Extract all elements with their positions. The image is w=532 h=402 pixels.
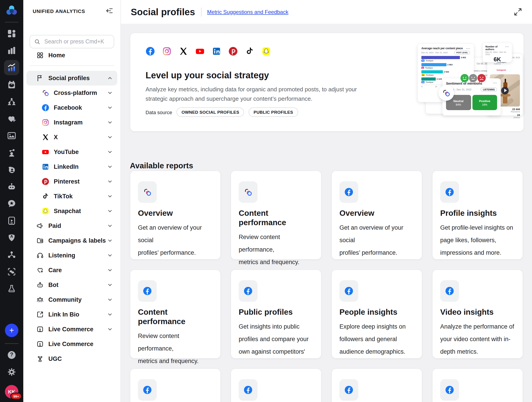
video-play-icon: [36, 325, 44, 333]
people-icon: [36, 296, 44, 304]
sidebar-item-link-in-bio[interactable]: Link In Bio: [26, 307, 117, 322]
main-area: Social profiles Metric Suggestions and F…: [121, 0, 532, 402]
chevron-down-icon[interactable]: [107, 90, 113, 96]
sidebar-item-live-commerce[interactable]: Live Commerce: [26, 322, 117, 337]
chip-public-profiles[interactable]: PUBLIC PROFILES: [248, 107, 298, 117]
chevron-down-icon[interactable]: [107, 312, 113, 317]
tablet-play-icon[interactable]: [7, 216, 17, 226]
bot-icon[interactable]: [7, 182, 17, 192]
chevron-down-icon[interactable]: [107, 267, 113, 273]
user-avatar[interactable]: KK 99+: [5, 385, 18, 398]
calendar-icon[interactable]: 5: [7, 80, 17, 89]
chip-owned-social-profiles[interactable]: OWNED SOCIAL PROFILES: [177, 107, 244, 117]
facebook-icon: [239, 379, 258, 401]
search-input[interactable]: [44, 38, 110, 45]
chevron-down-icon[interactable]: [107, 179, 113, 184]
report-card-content-performance-cross-platform[interactable]: Content performance Review contentperfor…: [231, 170, 322, 260]
heart-plus-icon[interactable]: [7, 114, 17, 124]
sidebar-item-facebook[interactable]: Facebook: [26, 100, 117, 115]
chevron-down-icon[interactable]: [107, 208, 113, 214]
app-logo-icon[interactable]: [5, 5, 18, 17]
sidebar-item-live-commerce-2[interactable]: Live Commerce: [26, 337, 117, 352]
sidebar-item-home[interactable]: Home: [27, 47, 117, 63]
person-network-icon[interactable]: [7, 148, 17, 157]
sidebar-item-social-profiles[interactable]: Social profiles: [26, 71, 117, 86]
chevron-down-icon[interactable]: [107, 223, 113, 229]
cluster-icon[interactable]: [7, 250, 17, 260]
sidebar-item-cross-platform[interactable]: Cross-platform: [26, 86, 117, 100]
chevron-down-icon[interactable]: [107, 149, 113, 155]
report-card-public-profiles[interactable]: Public profiles Get insights into public…: [231, 270, 322, 358]
report-card-video-insights[interactable]: Video insights Analyze the performance o…: [432, 270, 523, 358]
megaphone-icon: [36, 222, 44, 230]
expand-icon[interactable]: [514, 8, 522, 16]
chevron-down-icon[interactable]: [107, 164, 113, 170]
chevron-down-icon[interactable]: [107, 282, 113, 288]
facebook-icon: [440, 379, 459, 401]
sidebar-divider: [30, 65, 114, 66]
data-source-row: Data source OWNED SOCIAL PROFILES PUBLIC…: [146, 107, 298, 117]
sidebar-item-ugc[interactable]: UGC: [26, 352, 117, 366]
sidebar-item-community[interactable]: Community: [26, 292, 117, 307]
object-scan-icon[interactable]: [7, 267, 17, 277]
report-card-partial-1[interactable]: [130, 368, 221, 402]
sidebar-item-care[interactable]: Care: [26, 263, 117, 277]
chevron-down-icon[interactable]: [107, 326, 113, 332]
search-box[interactable]: [30, 35, 114, 48]
chevron-down-icon[interactable]: [107, 252, 113, 258]
sidebar-item-linkedin[interactable]: LinkedIn: [26, 159, 117, 174]
help-icon[interactable]: ?: [7, 350, 17, 360]
collapse-sidebar-icon[interactable]: [105, 7, 113, 15]
org-chart-icon[interactable]: [7, 97, 17, 107]
report-card-partial-3[interactable]: [331, 368, 422, 402]
star-bubble-icon[interactable]: [7, 199, 17, 209]
sidebar-item-youtube[interactable]: YouTube: [26, 144, 117, 159]
sidebar-item-listening[interactable]: Listening: [26, 248, 117, 263]
sidebar-item-campaigns-labels[interactable]: Campaigns & labels: [26, 233, 117, 248]
headphones-icon: [36, 251, 44, 259]
chevron-down-icon[interactable]: [107, 297, 113, 303]
chevron-down-icon[interactable]: [107, 134, 113, 140]
tiktok-icon: [41, 192, 49, 200]
pinterest-icon: [41, 177, 49, 186]
report-card-content-performance-facebook[interactable]: Content performance Review contentperfor…: [130, 270, 221, 358]
report-card-partial-2[interactable]: [231, 368, 322, 402]
app-root: 5 A + ? KK 99+ UNIFIED ANALYTICS: [0, 0, 532, 402]
create-new-button[interactable]: +: [5, 324, 18, 337]
chevron-down-icon[interactable]: [107, 193, 113, 199]
shield-a-icon[interactable]: A: [7, 233, 17, 243]
sidebar-item-paid[interactable]: Paid: [26, 219, 117, 233]
analytics-active-icon[interactable]: [4, 60, 19, 75]
sentiment-emoji-icons: [461, 73, 486, 83]
dashboard-grid-icon[interactable]: [7, 29, 17, 38]
report-card-overview-facebook[interactable]: Overview Get an overview of yoursocialpr…: [331, 170, 422, 260]
x-icon: [179, 47, 188, 56]
sidebar-item-pinterest[interactable]: Pinterest: [26, 174, 117, 189]
cross-platform-icon: [41, 89, 49, 97]
play-button-icon: [501, 87, 509, 94]
chevron-down-icon[interactable]: [107, 105, 113, 111]
image-icon[interactable]: [7, 131, 17, 141]
platform-icon-row: [146, 47, 271, 56]
sidebar-item-bot[interactable]: Bot: [26, 277, 117, 292]
x-icon: [41, 133, 49, 141]
bar-chart-icon[interactable]: [7, 46, 17, 56]
header-separator: [201, 7, 201, 16]
report-card-partial-4[interactable]: [432, 368, 523, 402]
report-card-people-insights[interactable]: People insights Explore deep insights on…: [331, 270, 422, 358]
chevron-down-icon[interactable]: [107, 238, 113, 244]
report-card-profile-insights[interactable]: Profile insights Get profile-level insig…: [432, 170, 523, 260]
person-heart-icon[interactable]: [7, 165, 17, 175]
report-card-overview-cross-platform[interactable]: Overview Get an overview of yoursocialpr…: [130, 170, 221, 260]
settings-gear-icon[interactable]: [7, 367, 17, 377]
chevron-up-icon[interactable]: [107, 75, 113, 81]
sidebar-item-snapchat[interactable]: Snapchat: [26, 204, 117, 219]
chevron-down-icon[interactable]: [107, 119, 113, 125]
sidebar-item-tiktok[interactable]: TikTok: [26, 189, 117, 204]
flask-icon[interactable]: [7, 284, 17, 294]
metric-suggestions-link[interactable]: Metric Suggestions and Feedback: [207, 9, 288, 15]
sidebar-item-x[interactable]: X: [26, 130, 117, 144]
sidebar-item-instagram[interactable]: Instagram: [26, 115, 117, 130]
facebook-icon: [239, 280, 258, 302]
tiktok-icon: [245, 47, 254, 56]
